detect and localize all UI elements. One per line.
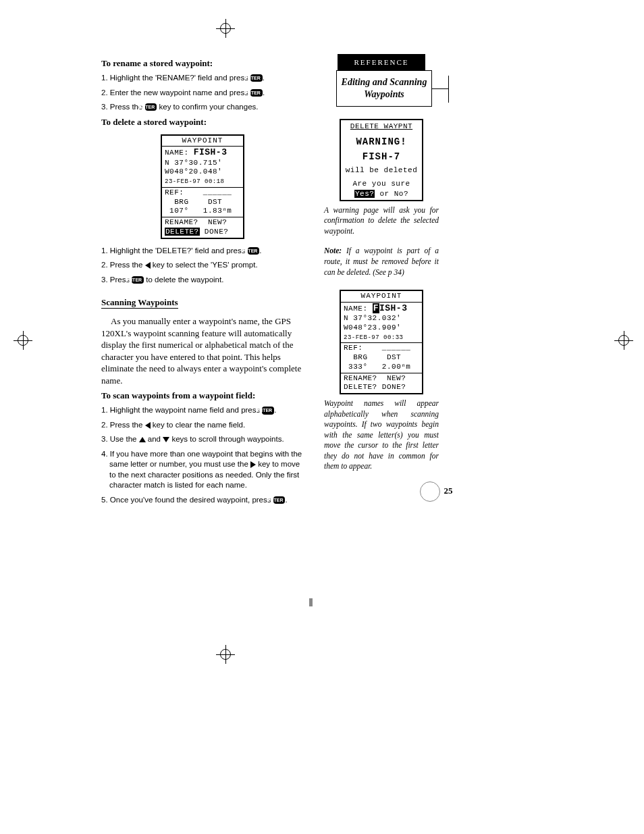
name-value: FISH-3 bbox=[194, 147, 227, 157]
step-text: key to confirm your changes. bbox=[157, 103, 258, 111]
page-number: 25 bbox=[439, 486, 458, 496]
enter-key-icon: ENTER bbox=[145, 103, 157, 111]
step-text: . bbox=[259, 246, 261, 255]
dst-label: DST bbox=[208, 198, 222, 206]
heading-scanning: Scanning Waypoints bbox=[101, 297, 178, 309]
down-arrow-icon bbox=[163, 437, 169, 442]
reference-tag: REFERENCE bbox=[338, 54, 425, 70]
warn-line2: Are you sure bbox=[341, 179, 422, 188]
rename-field: RENAME? bbox=[165, 218, 198, 226]
delete-field: DELETE? bbox=[344, 383, 377, 391]
warn-wpt-name: FISH-7 bbox=[341, 151, 422, 163]
delete-step-3: 3. Press ENTER to delete the waypoint. bbox=[109, 275, 304, 286]
note-text: If a waypoint is part of a route, it mus… bbox=[324, 246, 439, 276]
gutter-mark bbox=[309, 598, 313, 606]
name-first-char-highlighted: F bbox=[373, 303, 379, 313]
step-text: 3. Press the bbox=[101, 103, 145, 111]
enter-key-icon: ENTER bbox=[248, 247, 260, 255]
warn-line1: will be deleted bbox=[341, 165, 422, 175]
brg-value: 107° bbox=[169, 207, 188, 215]
name-label: NAME: bbox=[165, 149, 189, 157]
step-text: to delete the waypoint. bbox=[144, 276, 223, 284]
done-field: DONE? bbox=[382, 383, 406, 391]
date-value: 23-FEB-97 00:18 bbox=[165, 178, 225, 185]
ref-blank: ______ bbox=[203, 188, 232, 197]
rename-field: RENAME? bbox=[344, 374, 377, 382]
page-number-circle: 25 bbox=[420, 481, 439, 500]
step-text: 1. Highlight the waypoint name field and… bbox=[101, 406, 262, 414]
dst-value: 1.83ⁿm bbox=[203, 207, 232, 215]
topic-title: Editing and Scanning Waypoints bbox=[342, 77, 427, 99]
step-text: 3. Use the bbox=[101, 435, 139, 443]
crop-mark-top bbox=[216, 19, 235, 38]
new-field: NEW? bbox=[208, 218, 227, 226]
name-rest: ISH-3 bbox=[379, 303, 408, 313]
screen-title: WAYPOINT bbox=[341, 291, 422, 303]
done-field: DONE? bbox=[205, 228, 229, 236]
sidebar-column: REFERENCE Editing and Scanning Waypoints… bbox=[324, 54, 439, 510]
lat-value: N 37°30.715' bbox=[165, 159, 222, 167]
scan-step-4: 4. If you have more than one waypoint th… bbox=[109, 449, 304, 491]
step-text: key to clear the name field. bbox=[151, 421, 246, 429]
scan-step-1: 1. Highlight the waypoint name field and… bbox=[109, 405, 304, 416]
name-label: NAME: bbox=[344, 305, 368, 313]
crop-mark-left bbox=[14, 331, 32, 350]
ref-blank: ______ bbox=[382, 344, 411, 352]
delete-step-1: 1. Highlight the 'DELETE?' field and pre… bbox=[109, 246, 304, 257]
topic-tab-line bbox=[431, 88, 449, 90]
heading-rename: To rename a stored waypoint: bbox=[101, 58, 304, 69]
warn-warning: WARNING! bbox=[341, 136, 422, 148]
screen-title: WAYPOINT bbox=[162, 136, 243, 147]
enter-key-icon: ENTER bbox=[273, 496, 286, 504]
main-column: To rename a stored waypoint: 1. Highligh… bbox=[101, 54, 304, 510]
new-field: NEW? bbox=[387, 374, 406, 382]
enter-key-icon: ENTER bbox=[262, 407, 274, 414]
right-arrow-icon bbox=[250, 461, 256, 468]
warn-or: or bbox=[375, 190, 394, 198]
delete-field-highlighted: DELETE? bbox=[165, 228, 200, 236]
enter-key-icon: ENTER bbox=[132, 276, 144, 284]
step-text: . bbox=[263, 74, 265, 82]
enter-key-icon: ENTER bbox=[250, 74, 263, 82]
waypoint-screen-scan: WAYPOINT NAME: FISH-3 N 37°32.032' W048°… bbox=[340, 290, 423, 394]
warning-screen: DELETE WAYPNT WARNING! FISH-7 will be de… bbox=[340, 119, 423, 201]
rename-step-2: 2. Enter the new waypoint name and press… bbox=[109, 88, 304, 99]
note-label: Note: bbox=[324, 246, 342, 255]
step-text: 1. Highlight the 'DELETE?' field and pre… bbox=[101, 246, 248, 255]
step-text: 2. Press the bbox=[101, 261, 145, 269]
caption-1: A warning page will ask you for confirma… bbox=[324, 205, 439, 237]
caption-2: Waypoint names will appear alphabeticall… bbox=[324, 398, 439, 472]
ref-label: REF: bbox=[344, 344, 363, 352]
step-text: key to select the 'YES' prompt. bbox=[151, 261, 258, 269]
step-text: 5. Once you've found the desired waypoin… bbox=[101, 496, 273, 504]
warn-no: No? bbox=[394, 190, 408, 198]
date-value: 23-FEB-97 00:33 bbox=[344, 334, 404, 341]
brg-label: BRG bbox=[353, 353, 367, 361]
step-text: and bbox=[146, 435, 163, 443]
crop-mark-right bbox=[614, 331, 633, 350]
dst-value: 2.00ⁿm bbox=[382, 363, 411, 371]
delete-step-2: 2. Press the key to select the 'YES' pro… bbox=[109, 260, 304, 271]
step-text: keys to scroll through waypoints. bbox=[169, 435, 284, 443]
scan-step-2: 2. Press the key to clear the name field… bbox=[109, 420, 304, 431]
note-caption: Note: If a waypoint is part of a route, … bbox=[324, 246, 439, 278]
rename-step-1: 1. Highlight the 'RENAME?' field and pre… bbox=[109, 73, 304, 84]
crop-mark-bottom bbox=[216, 645, 235, 664]
lon-value: W048°23.909' bbox=[344, 323, 401, 332]
enter-key-icon: ENTER bbox=[250, 89, 263, 97]
dst-label: DST bbox=[387, 353, 401, 361]
rename-step-3: 3. Press the ENTER key to confirm your c… bbox=[109, 102, 304, 113]
lat-value: N 37°32.032' bbox=[344, 314, 401, 322]
brg-value: 333° bbox=[348, 363, 367, 371]
up-arrow-icon bbox=[139, 437, 146, 442]
heading-scan-steps: To scan waypoints from a waypoint field: bbox=[101, 390, 304, 401]
lon-value: W048°20.048' bbox=[165, 167, 222, 176]
step-text: 2. Press the bbox=[101, 421, 145, 429]
brg-label: BRG bbox=[174, 198, 188, 206]
ref-label: REF: bbox=[165, 188, 184, 197]
scan-step-3: 3. Use the and keys to scroll through wa… bbox=[109, 434, 304, 445]
page-content: To rename a stored waypoint: 1. Highligh… bbox=[101, 54, 547, 510]
left-arrow-icon bbox=[145, 422, 151, 429]
topic-box: Editing and Scanning Waypoints bbox=[336, 70, 432, 107]
left-arrow-icon bbox=[145, 262, 151, 269]
